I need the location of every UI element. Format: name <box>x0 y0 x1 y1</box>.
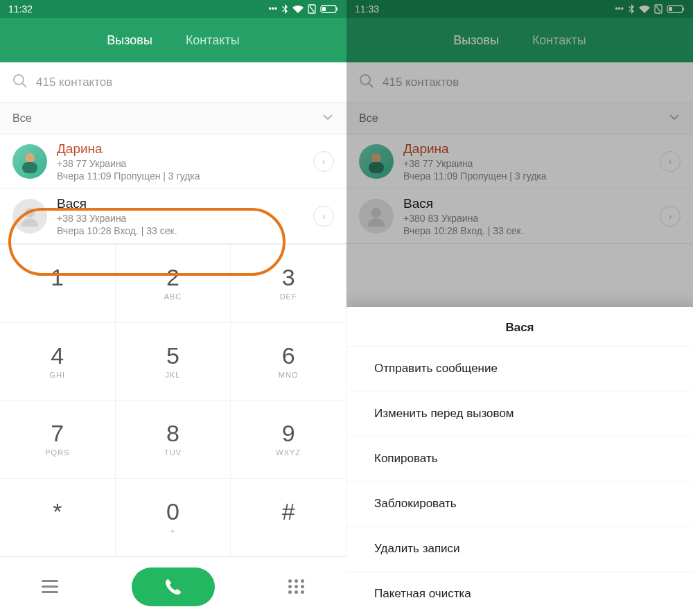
key-5[interactable]: 5JKL <box>116 323 231 401</box>
search-icon <box>12 73 28 91</box>
search-input[interactable]: 415 контактов <box>0 62 346 103</box>
svg-line-1 <box>310 6 314 12</box>
header-tabs: Вызовы Контакты <box>0 18 346 62</box>
bluetooth-icon <box>281 4 288 14</box>
call-row[interactable]: Дарина +38 77 Украина Вчера 11:09 Пропущ… <box>0 134 346 189</box>
key-3[interactable]: 3DEF <box>231 245 346 323</box>
context-menu: Вася Отправить сообщение Изменить перед … <box>346 307 693 616</box>
battery-icon <box>320 5 338 13</box>
call-name: Вася <box>57 196 304 211</box>
sheet-title: Вася <box>346 307 693 346</box>
more-icon: ••• <box>268 4 277 14</box>
svg-rect-3 <box>336 8 337 10</box>
grid-icon <box>288 579 305 594</box>
status-bar: 11:32 ••• <box>0 0 346 18</box>
key-7[interactable]: 7PQRS <box>0 401 116 479</box>
menu-batch-clear[interactable]: Пакетная очистка <box>346 572 693 616</box>
phone-right: 11:33 ••• Вызовы Контакты 415 контактов <box>346 0 693 616</box>
key-hash[interactable]: # <box>231 479 346 557</box>
no-sim-icon <box>308 4 316 14</box>
bottom-bar <box>0 556 346 616</box>
call-body: Дарина +38 77 Украина Вчера 11:09 Пропущ… <box>57 141 304 182</box>
menu-send-message[interactable]: Отправить сообщение <box>346 346 693 391</box>
status-icons: ••• <box>268 4 338 14</box>
svg-line-6 <box>22 83 26 87</box>
tab-contacts[interactable]: Контакты <box>186 33 240 48</box>
call-phone: +38 77 Украина <box>57 158 304 169</box>
svg-point-7 <box>25 153 35 163</box>
key-2[interactable]: 2ABC <box>116 245 231 323</box>
call-name: Дарина <box>57 141 304 157</box>
wifi-icon <box>292 5 304 13</box>
tab-calls[interactable]: Вызовы <box>107 33 152 48</box>
menu-button[interactable] <box>33 570 67 604</box>
call-detail-button[interactable]: › <box>313 206 334 227</box>
menu-edit-before-call[interactable]: Изменить перед вызовом <box>346 391 693 437</box>
filter-dropdown[interactable]: Все <box>0 103 346 134</box>
menu-block[interactable]: Заблокировать <box>346 482 693 527</box>
phone-left: 11:32 ••• Вызовы Контакты 415 контактов <box>0 0 346 616</box>
call-detail-button[interactable]: › <box>313 151 334 172</box>
menu-copy[interactable]: Копировать <box>346 437 693 482</box>
svg-rect-8 <box>22 162 37 173</box>
key-0[interactable]: 0+ <box>116 479 231 557</box>
status-time: 11:32 <box>8 3 268 15</box>
menu-delete-records[interactable]: Удалить записи <box>346 527 693 572</box>
svg-rect-4 <box>322 7 326 11</box>
key-4[interactable]: 4GHI <box>0 323 116 401</box>
call-button[interactable] <box>132 567 215 606</box>
key-star[interactable]: * <box>0 479 116 557</box>
svg-point-9 <box>25 208 35 218</box>
call-body: Вася +38 33 Украина Вчера 10:28 Вход. | … <box>57 196 304 236</box>
svg-point-5 <box>14 75 24 85</box>
avatar <box>12 144 47 179</box>
dialpad: 1 2ABC 3DEF 4GHI 5JKL 6MNO 7PQRS 8TUV 9W… <box>0 244 346 556</box>
call-meta: Вчера 10:28 Вход. | 33 сек. <box>57 225 304 236</box>
key-1[interactable]: 1 <box>0 245 116 323</box>
toggle-dialpad-button[interactable] <box>279 570 314 604</box>
call-row[interactable]: Вася +38 33 Украина Вчера 10:28 Вход. | … <box>0 189 346 244</box>
key-6[interactable]: 6MNO <box>231 323 346 401</box>
avatar-placeholder <box>12 199 47 234</box>
call-meta: Вчера 11:09 Пропущен | 3 гудка <box>57 170 304 182</box>
hamburger-icon <box>42 580 58 593</box>
phone-icon <box>163 577 184 597</box>
search-placeholder: 415 контактов <box>36 76 112 89</box>
key-9[interactable]: 9WXYZ <box>231 401 346 479</box>
key-8[interactable]: 8TUV <box>116 401 231 479</box>
filter-label: Все <box>12 112 32 125</box>
chevron-down-icon <box>322 111 334 126</box>
call-phone: +38 33 Украина <box>57 213 304 224</box>
